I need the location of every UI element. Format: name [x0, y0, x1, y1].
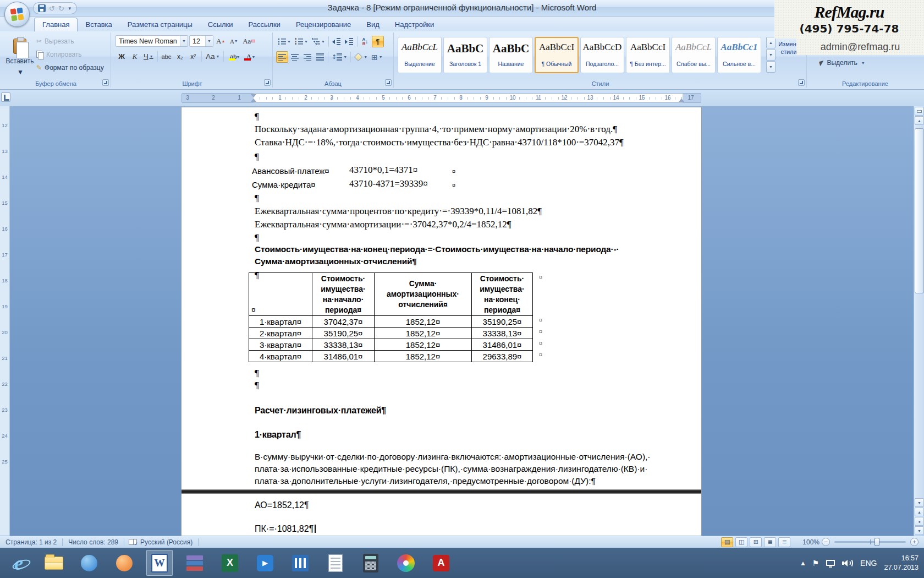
styles-more-icon[interactable]: ▼ [766, 61, 776, 73]
shading-button[interactable]: ▼ [353, 51, 369, 63]
next-page-button[interactable]: ▼ [915, 526, 924, 535]
table-cell[interactable]: 1852,12¤ [375, 339, 472, 351]
taskbar-item-app-columns[interactable] [287, 550, 314, 576]
style-tile-Обычный[interactable]: AaBbCcI¶ Обычный [535, 37, 579, 73]
page-indicator[interactable]: Страница: 1 из 2 [0, 538, 59, 546]
style-tile-Название[interactable]: AaBbCНазвание [489, 37, 533, 73]
amortization-table[interactable]: ¤Стоимость· имущества· на·начало· период… [249, 272, 533, 362]
ruler-toggle-button[interactable] [915, 107, 924, 116]
style-tile-Слабоевы[interactable]: AaBbCcLСлабое вы... [672, 37, 716, 73]
input-language[interactable]: ENG [860, 559, 877, 568]
scroll-down-icon[interactable]: ▼ [915, 498, 924, 507]
table-cell[interactable]: 1852,12¤ [375, 328, 472, 339]
style-tile-Заголовок1[interactable]: AaBbCЗаголовок 1 [443, 37, 487, 73]
underline-button[interactable]: Ч▼ [142, 51, 155, 62]
table-cell[interactable]: 33338,13¤ [472, 328, 533, 339]
align-right-button[interactable] [301, 51, 314, 63]
outline-view-button[interactable]: ≣ [764, 537, 776, 547]
scrollbar-thumb[interactable] [915, 128, 924, 293]
fullscreen-reading-view-button[interactable]: ◫ [735, 537, 747, 547]
tray-expand-icon[interactable]: ▲ [801, 560, 805, 566]
table-cell[interactable]: 33338,13¤ [312, 339, 375, 351]
vertical-scrollbar[interactable]: ▲ ▼ ▲ ● ▼ [914, 106, 924, 536]
taskbar-item-calculator[interactable] [358, 550, 384, 576]
align-left-button[interactable] [276, 51, 288, 63]
justify-button[interactable] [314, 51, 326, 63]
grow-font-button[interactable]: А▲ [215, 35, 227, 47]
table-header-cell[interactable]: ¤ [249, 273, 312, 316]
clear-formatting-button[interactable]: Аа [241, 35, 257, 47]
taskbar-item-app-orange[interactable] [111, 550, 138, 576]
style-tile-Выделение[interactable]: AaBbCcLВыделение [398, 37, 442, 73]
zoom-level[interactable]: 100% [802, 538, 820, 546]
table-cell[interactable]: 35190,25¤ [472, 316, 533, 328]
volume-icon[interactable] [842, 559, 853, 568]
zoom-slider-thumb[interactable] [875, 538, 879, 546]
tab-Главная[interactable]: Главная [34, 18, 78, 31]
line-spacing-button[interactable]: ↕▼ [330, 51, 349, 63]
vertical-ruler[interactable]: 1213141516171819202122232425 [0, 106, 10, 536]
strikethrough-button[interactable]: abc [160, 51, 173, 62]
office-button[interactable] [4, 2, 30, 27]
horizontal-ruler[interactable]: 3211234567891011121314151617 [182, 93, 701, 103]
scroll-up-icon[interactable]: ▲ [915, 116, 924, 125]
font-dialog-launcher-icon[interactable] [264, 79, 271, 86]
superscript-button[interactable]: x² [187, 51, 199, 62]
word-count[interactable]: Число слов: 289 [66, 538, 120, 546]
document-page[interactable]: ¶ Поскольку·задана·амортизационная·групп… [182, 107, 701, 536]
show-formatting-marks-button[interactable]: ¶ [372, 36, 384, 47]
subscript-button[interactable]: x₂ [174, 51, 186, 62]
tab-selector[interactable] [1, 92, 10, 102]
taskbar-item-app-blue[interactable] [76, 550, 102, 576]
right-indent-marker[interactable] [679, 99, 684, 102]
table-cell[interactable]: 1852,12¤ [375, 316, 472, 328]
cut-button[interactable]: ✂ Вырезать [36, 36, 104, 47]
style-tile-Сильноев[interactable]: AaBbCc1Сильное в... [717, 37, 761, 73]
italic-button[interactable]: К [129, 51, 141, 62]
format-painter-button[interactable]: ✎ Формат по образцу [36, 62, 104, 73]
table-cell[interactable]: 1·квартал¤ [249, 316, 312, 328]
table-cell[interactable]: 37042,37¤ [312, 316, 375, 328]
align-center-button[interactable] [289, 51, 301, 63]
print-layout-view-button[interactable]: ▤ [721, 537, 733, 547]
taskbar-item-winrar[interactable] [182, 550, 208, 576]
highlight-button[interactable]: ab ▼ [226, 51, 240, 62]
taskbar-item-excel[interactable]: X [217, 550, 243, 576]
tab-Рецензирование[interactable]: Рецензирование [288, 18, 359, 31]
taskbar-item-notes[interactable] [322, 550, 349, 576]
select-browse-object-button[interactable]: ● [915, 517, 924, 526]
bold-button[interactable]: Ж [116, 51, 128, 62]
taskbar-item-internet-explorer[interactable]: e [6, 550, 32, 576]
shrink-font-button[interactable]: А▼ [228, 35, 240, 47]
numbering-button[interactable]: ▼ [293, 36, 310, 47]
table-cell[interactable]: 4·квартал¤ [249, 351, 312, 362]
table-header-cell[interactable]: Стоимость· имущества· на·начало· периода… [312, 273, 375, 316]
styles-scroll-up-icon[interactable]: ▲ [766, 37, 776, 48]
paragraph-dialog-launcher-icon[interactable] [385, 79, 392, 86]
taskbar-item-file-explorer[interactable] [41, 550, 67, 576]
table-cell[interactable]: 29633,89¤ [472, 351, 533, 362]
bullets-button[interactable]: ▼ [276, 36, 293, 47]
tab-Вид[interactable]: Вид [359, 18, 387, 31]
tab-Ссылки[interactable]: Ссылки [200, 18, 241, 31]
tab-Рассылки[interactable]: Рассылки [241, 18, 288, 31]
font-size-combo[interactable]: 12▼ [189, 35, 213, 47]
taskbar-item-media-player[interactable]: ▶ [252, 550, 278, 576]
tab-Надстройки[interactable]: Надстройки [387, 18, 442, 31]
zoom-out-button[interactable]: − [822, 538, 830, 546]
style-tile-Безинтер[interactable]: AaBbCcI¶ Без интер... [626, 37, 670, 73]
table-cell[interactable]: 3·квартал¤ [249, 339, 312, 351]
web-layout-view-button[interactable]: ⊞ [750, 537, 762, 547]
decrease-indent-button[interactable] [331, 36, 343, 47]
change-case-button[interactable]: Аа▼ [204, 51, 221, 62]
select-button[interactable]: ◤ Выделить▼ [820, 59, 865, 67]
table-cell[interactable]: 31486,01¤ [472, 339, 533, 351]
clock[interactable]: 16:57 27.07.2013 [884, 554, 919, 572]
network-icon[interactable] [826, 560, 835, 566]
table-cell[interactable]: 1852,12¤ [375, 351, 472, 362]
styles-scroll-down-icon[interactable]: ▼ [766, 49, 776, 61]
sort-button[interactable]: АЯ↓ [359, 36, 371, 47]
table-header-cell[interactable]: Стоимость· имущества· на·конец· периода¤ [472, 273, 533, 316]
spellcheck-icon[interactable] [129, 539, 137, 545]
zoom-slider[interactable] [834, 541, 906, 543]
